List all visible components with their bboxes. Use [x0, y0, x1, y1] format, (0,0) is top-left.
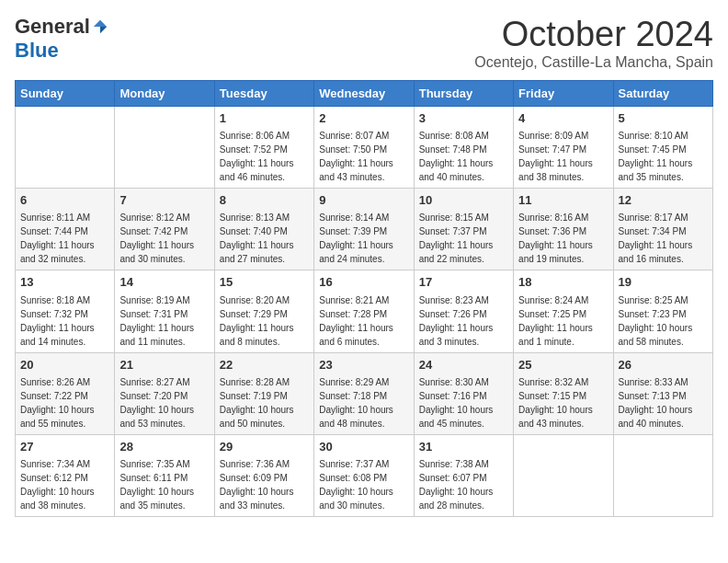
title-area: October 2024 Ocentejo, Castille-La Manch… — [474, 15, 713, 71]
day-info: Sunrise: 8:13 AM Sunset: 7:40 PM Dayligh… — [220, 213, 296, 264]
calendar-cell: 2Sunrise: 8:07 AM Sunset: 7:50 PM Daylig… — [314, 107, 414, 189]
day-info: Sunrise: 8:06 AM Sunset: 7:52 PM Dayligh… — [220, 131, 296, 182]
day-info: Sunrise: 7:36 AM Sunset: 6:09 PM Dayligh… — [220, 459, 296, 511]
logo: General Blue — [15, 15, 108, 63]
day-number: 16 — [319, 274, 408, 291]
day-info: Sunrise: 8:12 AM Sunset: 7:42 PM Dayligh… — [119, 213, 196, 264]
day-info: Sunrise: 7:35 AM Sunset: 6:11 PM Dayligh… — [119, 459, 196, 511]
day-info: Sunrise: 8:23 AM Sunset: 7:26 PM Dayligh… — [419, 295, 495, 347]
day-number: 14 — [119, 274, 209, 291]
week-row-2: 6Sunrise: 8:11 AM Sunset: 7:44 PM Daylig… — [16, 189, 713, 270]
day-number: 21 — [119, 357, 209, 373]
day-number: 17 — [419, 274, 508, 291]
day-info: Sunrise: 8:29 AM Sunset: 7:18 PM Dayligh… — [319, 377, 395, 429]
header: General Blue October 2024 Ocentejo, Cast… — [15, 15, 713, 71]
day-info: Sunrise: 8:26 AM Sunset: 7:22 PM Dayligh… — [20, 377, 97, 429]
calendar-table: SundayMondayTuesdayWednesdayThursdayFrid… — [15, 80, 713, 517]
calendar-cell: 13Sunrise: 8:18 AM Sunset: 7:32 PM Dayli… — [16, 270, 115, 352]
day-number: 29 — [220, 439, 309, 455]
day-number: 11 — [518, 192, 608, 209]
logo-general-text: General — [15, 15, 90, 39]
day-number: 7 — [119, 192, 209, 209]
calendar-cell: 14Sunrise: 8:19 AM Sunset: 7:31 PM Dayli… — [115, 270, 214, 352]
calendar-cell: 27Sunrise: 7:34 AM Sunset: 6:12 PM Dayli… — [16, 434, 115, 516]
week-row-3: 13Sunrise: 8:18 AM Sunset: 7:32 PM Dayli… — [16, 270, 713, 352]
calendar-cell — [613, 434, 712, 516]
calendar-cell: 1Sunrise: 8:06 AM Sunset: 7:52 PM Daylig… — [214, 107, 313, 189]
calendar-cell: 18Sunrise: 8:24 AM Sunset: 7:25 PM Dayli… — [514, 270, 613, 352]
calendar-cell: 21Sunrise: 8:27 AM Sunset: 7:20 PM Dayli… — [115, 352, 214, 434]
day-info: Sunrise: 8:21 AM Sunset: 7:28 PM Dayligh… — [319, 295, 395, 347]
weekday-header-saturday: Saturday — [613, 81, 712, 107]
day-info: Sunrise: 8:19 AM Sunset: 7:31 PM Dayligh… — [119, 295, 196, 347]
calendar-cell: 5Sunrise: 8:10 AM Sunset: 7:45 PM Daylig… — [613, 107, 712, 189]
calendar-cell: 25Sunrise: 8:32 AM Sunset: 7:15 PM Dayli… — [514, 352, 613, 434]
day-number: 20 — [20, 357, 109, 373]
calendar-body: 1Sunrise: 8:06 AM Sunset: 7:52 PM Daylig… — [16, 107, 713, 517]
day-info: Sunrise: 8:10 AM Sunset: 7:45 PM Dayligh… — [619, 131, 695, 182]
weekday-header-thursday: Thursday — [414, 81, 513, 107]
day-info: Sunrise: 8:25 AM Sunset: 7:23 PM Dayligh… — [619, 295, 695, 347]
week-row-1: 1Sunrise: 8:06 AM Sunset: 7:52 PM Daylig… — [16, 107, 713, 189]
day-number: 25 — [518, 357, 608, 373]
calendar-cell: 20Sunrise: 8:26 AM Sunset: 7:22 PM Dayli… — [16, 352, 115, 434]
day-info: Sunrise: 7:34 AM Sunset: 6:12 PM Dayligh… — [20, 459, 97, 511]
logo-icon — [92, 18, 108, 35]
calendar-cell: 17Sunrise: 8:23 AM Sunset: 7:26 PM Dayli… — [414, 270, 513, 352]
month-title: October 2024 — [474, 15, 713, 54]
day-info: Sunrise: 8:07 AM Sunset: 7:50 PM Dayligh… — [319, 131, 395, 182]
day-info: Sunrise: 8:24 AM Sunset: 7:25 PM Dayligh… — [518, 295, 595, 347]
day-number: 19 — [619, 274, 708, 291]
day-number: 12 — [619, 192, 708, 209]
day-info: Sunrise: 7:38 AM Sunset: 6:07 PM Dayligh… — [419, 459, 495, 511]
week-row-5: 27Sunrise: 7:34 AM Sunset: 6:12 PM Dayli… — [16, 434, 713, 516]
calendar-cell: 9Sunrise: 8:14 AM Sunset: 7:39 PM Daylig… — [314, 189, 414, 270]
weekday-header-tuesday: Tuesday — [214, 81, 313, 107]
location-title: Ocentejo, Castille-La Mancha, Spain — [474, 54, 713, 71]
day-number: 31 — [419, 439, 508, 455]
day-info: Sunrise: 8:30 AM Sunset: 7:16 PM Dayligh… — [419, 377, 495, 429]
day-info: Sunrise: 8:32 AM Sunset: 7:15 PM Dayligh… — [518, 377, 595, 429]
calendar-cell: 11Sunrise: 8:16 AM Sunset: 7:36 PM Dayli… — [514, 189, 613, 270]
day-number: 23 — [319, 357, 408, 373]
calendar-header: SundayMondayTuesdayWednesdayThursdayFrid… — [16, 81, 713, 107]
calendar-cell: 29Sunrise: 7:36 AM Sunset: 6:09 PM Dayli… — [214, 434, 313, 516]
calendar-cell — [16, 107, 115, 189]
calendar-cell: 22Sunrise: 8:28 AM Sunset: 7:19 PM Dayli… — [214, 352, 313, 434]
day-number: 22 — [220, 357, 309, 373]
logo-blue-text: Blue — [15, 39, 59, 63]
day-number: 5 — [619, 110, 708, 127]
day-number: 18 — [518, 274, 608, 291]
day-info: Sunrise: 8:09 AM Sunset: 7:47 PM Dayligh… — [518, 131, 595, 182]
day-number: 2 — [319, 110, 408, 127]
day-number: 28 — [119, 439, 209, 455]
day-number: 9 — [319, 192, 408, 209]
calendar-cell: 23Sunrise: 8:29 AM Sunset: 7:18 PM Dayli… — [314, 352, 414, 434]
day-number: 4 — [518, 110, 608, 127]
day-info: Sunrise: 8:16 AM Sunset: 7:36 PM Dayligh… — [518, 213, 595, 264]
day-info: Sunrise: 8:17 AM Sunset: 7:34 PM Dayligh… — [619, 213, 695, 264]
day-number: 26 — [619, 357, 708, 373]
day-number: 30 — [319, 439, 408, 455]
day-info: Sunrise: 8:27 AM Sunset: 7:20 PM Dayligh… — [119, 377, 196, 429]
calendar-cell: 7Sunrise: 8:12 AM Sunset: 7:42 PM Daylig… — [115, 189, 214, 270]
svg-marker-1 — [100, 27, 107, 33]
calendar-cell: 15Sunrise: 8:20 AM Sunset: 7:29 PM Dayli… — [214, 270, 313, 352]
day-info: Sunrise: 8:28 AM Sunset: 7:19 PM Dayligh… — [220, 377, 296, 429]
calendar-cell — [115, 107, 214, 189]
day-number: 27 — [20, 439, 109, 455]
day-number: 15 — [220, 274, 309, 291]
day-info: Sunrise: 8:18 AM Sunset: 7:32 PM Dayligh… — [20, 295, 97, 347]
weekday-header-sunday: Sunday — [16, 81, 115, 107]
day-info: Sunrise: 8:33 AM Sunset: 7:13 PM Dayligh… — [619, 377, 695, 429]
day-number: 10 — [419, 192, 508, 209]
calendar-cell: 16Sunrise: 8:21 AM Sunset: 7:28 PM Dayli… — [314, 270, 414, 352]
calendar-cell: 4Sunrise: 8:09 AM Sunset: 7:47 PM Daylig… — [514, 107, 613, 189]
day-number: 3 — [419, 110, 508, 127]
day-number: 24 — [419, 357, 508, 373]
calendar-cell: 28Sunrise: 7:35 AM Sunset: 6:11 PM Dayli… — [115, 434, 214, 516]
weekday-header-monday: Monday — [115, 81, 214, 107]
svg-marker-0 — [94, 20, 107, 27]
weekday-header-friday: Friday — [514, 81, 613, 107]
day-number: 13 — [20, 274, 109, 291]
